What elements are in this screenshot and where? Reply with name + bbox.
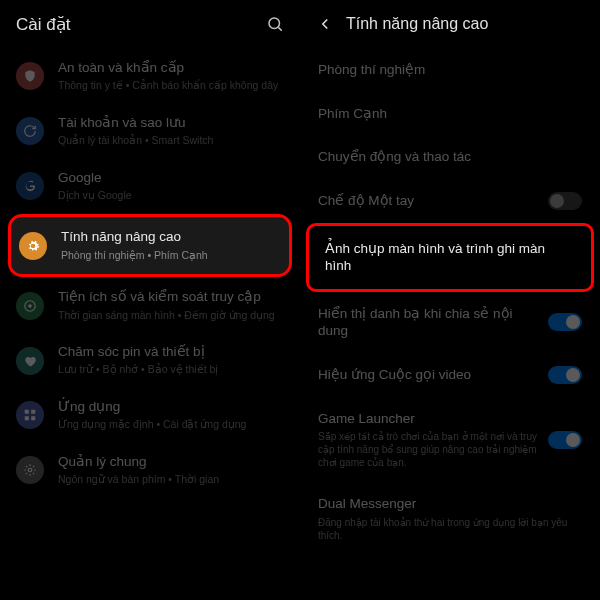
- settings-item[interactable]: Ứng dụng Ứng dụng mặc định • Cài đặt ứng…: [8, 389, 292, 442]
- settings-panel: Cài đặt An toàn và khẩn cấp Thông tin y …: [0, 0, 300, 600]
- subpage-title: Tính năng nâng cao: [346, 15, 584, 33]
- row-title: Chuyển động và thao tác: [318, 148, 582, 166]
- advanced-item[interactable]: Chế độ Một tay: [300, 179, 600, 223]
- heart-icon: [16, 347, 44, 375]
- row-subtitle: Quản lý tài khoản • Smart Switch: [58, 134, 284, 148]
- advanced-item[interactable]: Hiệu ứng Cuộc gọi video: [300, 353, 600, 397]
- advanced-panel: Tính năng nâng cao Phòng thí nghiệm Phím…: [300, 0, 600, 600]
- wellbeing-icon: [16, 292, 44, 320]
- row-subtitle: Phòng thí nghiệm • Phím Cạnh: [61, 249, 281, 263]
- advanced-item[interactable]: Phòng thí nghiệm: [300, 48, 600, 92]
- row-text: Chuyển động và thao tác: [318, 148, 582, 166]
- settings-item[interactable]: Tài khoản và sao lưu Quản lý tài khoản •…: [8, 105, 292, 158]
- row-text: Tính năng nâng cao Phòng thí nghiệm • Ph…: [61, 229, 281, 262]
- right-header: Tính năng nâng cao: [300, 0, 600, 48]
- settings-item[interactable]: Tiện ích số và kiểm soát truy cập Thời g…: [8, 279, 292, 332]
- gear-icon: [19, 232, 47, 260]
- row-subtitle: Đăng nhập tài khoản thứ hai trong ứng dụ…: [318, 516, 582, 542]
- advanced-item[interactable]: Phím Cạnh: [300, 92, 600, 136]
- row-title: Chế độ Một tay: [318, 192, 540, 210]
- row-text: Chăm sóc pin và thiết bị Lưu trữ • Bộ nh…: [58, 344, 284, 377]
- row-text: Quản lý chung Ngôn ngữ và bàn phím • Thờ…: [58, 454, 284, 487]
- row-subtitle: Ngôn ngữ và bàn phím • Thời gian: [58, 473, 284, 487]
- row-title: Quản lý chung: [58, 454, 284, 470]
- settings-item[interactable]: Chăm sóc pin và thiết bị Lưu trữ • Bộ nh…: [8, 334, 292, 387]
- row-title: Tiện ích số và kiểm soát truy cập: [58, 289, 284, 305]
- row-text: Tài khoản và sao lưu Quản lý tài khoản •…: [58, 115, 284, 148]
- advanced-item[interactable]: Chuyển động và thao tác: [300, 135, 600, 179]
- row-title: Ứng dụng: [58, 399, 284, 415]
- row-title: Hiệu ứng Cuộc gọi video: [318, 366, 540, 384]
- toggle-switch[interactable]: [548, 431, 582, 449]
- back-icon[interactable]: [316, 15, 334, 33]
- svg-line-1: [278, 27, 281, 30]
- settings-item[interactable]: Google Dịch vụ Google: [8, 160, 292, 213]
- row-text: Dual Messenger Đăng nhập tài khoản thứ h…: [318, 495, 582, 542]
- svg-point-8: [28, 468, 32, 472]
- row-text: Hiển thị danh bạ khi chia sẻ nội dung: [318, 305, 540, 340]
- row-title: Tính năng nâng cao: [61, 229, 281, 245]
- svg-point-0: [269, 18, 280, 29]
- row-text: Ứng dụng Ứng dụng mặc định • Cài đặt ứng…: [58, 399, 284, 432]
- row-title: Hiển thị danh bạ khi chia sẻ nội dung: [318, 305, 540, 340]
- row-text: Game Launcher Sắp xếp tất cả trò chơi củ…: [318, 410, 540, 470]
- row-text: Tiện ích số và kiểm soát truy cập Thời g…: [58, 289, 284, 322]
- toggle-switch[interactable]: [548, 313, 582, 331]
- svg-rect-7: [31, 417, 35, 421]
- advanced-item[interactable]: Dual Messenger Đăng nhập tài khoản thứ h…: [300, 482, 600, 555]
- row-title: Ảnh chụp màn hình và trình ghi màn hình: [325, 240, 575, 275]
- row-text: An toàn và khẩn cấp Thông tin y tế • Cản…: [58, 60, 284, 93]
- settings-list: An toàn và khẩn cấp Thông tin y tế • Cản…: [0, 50, 300, 497]
- row-text: Chế độ Một tay: [318, 192, 540, 210]
- row-text: Phòng thí nghiệm: [318, 61, 582, 79]
- advanced-item[interactable]: Game Launcher Sắp xếp tất cả trò chơi củ…: [300, 397, 600, 483]
- row-title: An toàn và khẩn cấp: [58, 60, 284, 76]
- cog-icon: [16, 456, 44, 484]
- row-text: Google Dịch vụ Google: [58, 170, 284, 203]
- row-title: Game Launcher: [318, 410, 540, 428]
- page-title: Cài đặt: [16, 14, 266, 35]
- google-icon: [16, 172, 44, 200]
- settings-item[interactable]: An toàn và khẩn cấp Thông tin y tế • Cản…: [8, 50, 292, 103]
- sync-icon: [16, 117, 44, 145]
- svg-rect-4: [25, 410, 29, 414]
- row-title: Chăm sóc pin và thiết bị: [58, 344, 284, 360]
- shield-icon: [16, 62, 44, 90]
- row-subtitle: Thời gian sáng màn hình • Đếm giờ ứng dụ…: [58, 309, 284, 323]
- advanced-item[interactable]: Hiển thị danh bạ khi chia sẻ nội dung: [300, 292, 600, 353]
- row-title: Phòng thí nghiệm: [318, 61, 582, 79]
- row-subtitle: Ứng dụng mặc định • Cài đặt ứng dụng: [58, 418, 284, 432]
- row-subtitle: Thông tin y tế • Cảnh báo khẩn cấp không…: [58, 79, 284, 93]
- row-text: Ảnh chụp màn hình và trình ghi màn hình: [325, 240, 575, 275]
- row-title: Dual Messenger: [318, 495, 582, 513]
- settings-item[interactable]: Tính năng nâng cao Phòng thí nghiệm • Ph…: [8, 214, 292, 277]
- row-text: Hiệu ứng Cuộc gọi video: [318, 366, 540, 384]
- advanced-item[interactable]: Ảnh chụp màn hình và trình ghi màn hình: [306, 223, 594, 292]
- row-title: Google: [58, 170, 284, 186]
- svg-rect-6: [25, 417, 29, 421]
- row-subtitle: Sắp xếp tất cả trò chơi của bạn ở một nơ…: [318, 430, 540, 469]
- toggle-switch[interactable]: [548, 192, 582, 210]
- svg-point-3: [28, 304, 32, 308]
- search-icon[interactable]: [266, 15, 284, 33]
- advanced-list: Phòng thí nghiệm Phím Cạnh Chuyển động v…: [300, 48, 600, 555]
- toggle-switch[interactable]: [548, 366, 582, 384]
- row-title: Phím Cạnh: [318, 105, 582, 123]
- grid-icon: [16, 401, 44, 429]
- svg-rect-5: [31, 410, 35, 414]
- left-header: Cài đặt: [0, 0, 300, 48]
- row-subtitle: Lưu trữ • Bộ nhớ • Bảo vệ thiết bị: [58, 363, 284, 377]
- row-subtitle: Dịch vụ Google: [58, 189, 284, 203]
- row-title: Tài khoản và sao lưu: [58, 115, 284, 131]
- row-text: Phím Cạnh: [318, 105, 582, 123]
- settings-item[interactable]: Quản lý chung Ngôn ngữ và bàn phím • Thờ…: [8, 444, 292, 497]
